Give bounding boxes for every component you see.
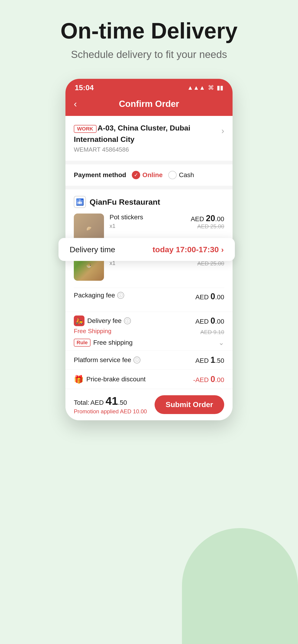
bottom-bar: Total: AED 41.50 Promotion applied AED 1…: [66, 389, 232, 420]
wifi-icon: ⌘: [208, 84, 214, 91]
status-bar: 15:04 ▲▲▲ ⌘ ▮▮: [66, 79, 232, 94]
delivery-free-row: Free Shipping AED 9.10: [74, 328, 224, 336]
battery-icon: ▮▮: [217, 84, 223, 91]
status-time: 15:04: [75, 84, 94, 92]
section-gap-2: [66, 186, 232, 190]
delivery-time-card[interactable]: Delivery time today 17:00-17:30 ›: [59, 238, 235, 261]
discount-row: 🎁 Price-brake discount -AED 0.00: [66, 370, 232, 389]
work-badge: WORK: [74, 125, 97, 133]
payment-section: Payment method ✓ Online Cash: [66, 164, 232, 186]
address-sub: WEMART 45864586: [74, 146, 221, 153]
delivery-fee-label: Delivery fee ⓘ: [87, 317, 131, 324]
restaurant-name: QianFu Restaurant: [90, 198, 160, 206]
status-icons: ▲▲▲ ⌘ ▮▮: [187, 84, 223, 91]
item-qty-1: x1: [110, 223, 185, 229]
app-header: ‹ Confirm Order: [66, 94, 232, 116]
item-price-original-1: AED 25.00: [191, 223, 224, 230]
total-line: Total: AED 41.50: [74, 394, 147, 407]
restaurant-icon: 🛅: [74, 196, 86, 208]
total-label: Total:: [74, 399, 89, 406]
payment-cash-option[interactable]: Cash: [168, 171, 194, 179]
payment-online-label: Online: [143, 171, 163, 179]
discount-label: 🎁 Price-brake discount: [74, 374, 146, 384]
section-gap-1: [66, 161, 232, 164]
total-section: Total: AED 41.50 Promotion applied AED 1…: [74, 394, 147, 415]
platform-info-icon[interactable]: ⓘ: [133, 356, 140, 364]
rule-badge: Rule: [74, 339, 91, 346]
platform-fee-label: Platform service fee ⓘ: [74, 356, 140, 364]
rule-tag: Rule Free shipping: [74, 339, 133, 346]
delivery-fee-value: AED 0.00: [195, 316, 224, 326]
platform-fee-row: Platform service fee ⓘ AED 1.50: [66, 350, 232, 370]
page-title: Confirm Order: [119, 99, 179, 109]
submit-order-button[interactable]: Submit Order: [155, 395, 224, 414]
signal-icon: ▲▲▲: [187, 84, 205, 91]
free-shipping-text: Free Shipping: [74, 328, 111, 335]
promotion-text: Promotion applied AED 10.00: [74, 408, 147, 415]
delivery-time-text: today 17:00-17:30: [152, 245, 219, 254]
delivery-fee-top: 🛵 Delivery fee ⓘ AED 0.00: [74, 316, 224, 326]
address-card[interactable]: WORK A-03, China Cluster, Dubai Internat…: [66, 116, 232, 161]
chevron-down-icon: ⌄: [218, 338, 224, 346]
payment-online-option[interactable]: ✓ Online: [132, 171, 163, 179]
delivery-fee-section: 🛵 Delivery fee ⓘ AED 0.00 Free Shipping …: [66, 312, 232, 350]
address-chevron-icon: ›: [221, 126, 224, 136]
item-details-1: Pot stickers x1: [110, 214, 185, 229]
delivery-fee-label-wrap: 🛵 Delivery fee ⓘ: [74, 316, 131, 326]
total-amount: AED 41.50: [90, 399, 127, 406]
phone-mockup: Delivery time today 17:00-17:30 › 15:04 …: [66, 79, 232, 420]
hero-subtitle: Schedule delivery to fit your needs: [71, 49, 227, 60]
payment-label: Payment method: [74, 171, 126, 179]
item-price-current-1: AED 20.00: [191, 214, 224, 223]
chevron-right-icon: ›: [221, 245, 224, 254]
discount-value: -AED 0.00: [193, 374, 224, 384]
restaurant-header: 🛅 QianFu Restaurant: [74, 196, 224, 208]
delivery-fee-pricing: AED 0.00: [195, 316, 224, 326]
packaging-info-icon[interactable]: ⓘ: [117, 292, 124, 299]
rule-text: Free shipping: [93, 339, 133, 346]
address-content: WORK A-03, China Cluster, Dubai Internat…: [74, 123, 221, 154]
packaging-fee-value: AED 0.00: [195, 292, 224, 301]
payment-cash-label: Cash: [179, 171, 194, 179]
hero-title: On-time Delivery: [61, 18, 238, 43]
back-button[interactable]: ‹: [74, 99, 77, 109]
item-name-1: Pot stickers: [110, 214, 185, 221]
delivery-time-label: Delivery time: [70, 245, 115, 254]
delivery-truck-icon: 🛵: [74, 316, 85, 326]
delivery-time-value: today 17:00-17:30 ›: [152, 245, 224, 254]
item-price-original-2: AED 25.00: [191, 260, 224, 267]
rule-row[interactable]: Rule Free shipping ⌄: [74, 338, 224, 346]
item-pricing-1: AED 20.00 AED 25.00: [191, 214, 224, 230]
radio-unchecked-icon: [168, 171, 177, 179]
delivery-info-icon[interactable]: ⓘ: [124, 317, 131, 324]
platform-fee-value: AED 1.50: [195, 355, 224, 365]
packaging-fee-label: Packaging fee ⓘ: [74, 292, 124, 299]
gift-icon: 🎁: [74, 374, 84, 384]
delivery-original-price: AED 9.10: [200, 329, 224, 336]
packaging-fee-row: Packaging fee ⓘ AED 0.00: [74, 288, 224, 305]
radio-checked-icon: ✓: [132, 171, 140, 179]
